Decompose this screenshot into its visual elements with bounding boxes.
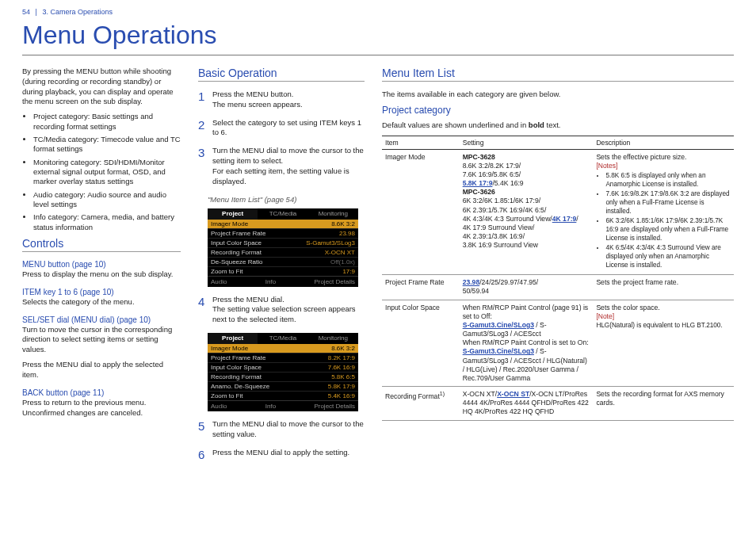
cam-value: Off(1.0x) [330, 258, 355, 266]
control-desc: Turn to move the cursor in the correspon… [22, 325, 181, 355]
step: 4 Press the MENU dial.The setting value … [198, 295, 365, 325]
cam-label: Project Frame Rate [211, 354, 265, 361]
control-desc: Press to return to the previous menu. Un… [22, 398, 181, 418]
control-desc: Press to display the menu on the sub dis… [22, 269, 181, 280]
cam-foot: Info [265, 403, 276, 410]
desc-cell: Sets the color space.[Note]HLG(Natural) … [593, 300, 734, 387]
table-row: Project Frame Rate23.98/24/25/29.97/47.9… [382, 275, 734, 300]
col-header: Item [382, 136, 460, 149]
step-text: The menu screen appears. [212, 100, 303, 109]
cam-label: Anamo. De-Squeeze [211, 383, 269, 390]
list-item: Info category: Camera, media, and batter… [33, 212, 181, 232]
cam-label: De-Squeeze Ratio [211, 258, 262, 266]
step-text: Press the MENU dial. [212, 295, 284, 304]
default-note: Default values are shown underlined and … [382, 120, 734, 131]
setting-cell: When RM/RCP Paint Control (page 91) is s… [460, 300, 594, 387]
control-desc: Selects the category of the menu. [22, 297, 181, 308]
cam-label: Imager Mode [211, 345, 248, 352]
chapter-name: 3. Camera Operations [42, 8, 113, 16]
item-cell: Project Frame Rate [382, 275, 460, 300]
cam-tab: Project [208, 333, 258, 344]
camera-menu-screenshot: Project TC/Media Monitoring Imager Mode8… [208, 208, 358, 287]
control-link[interactable]: BACK button (page 11) [22, 388, 181, 397]
table-row: Input Color SpaceWhen RM/RCP Paint Contr… [382, 300, 734, 387]
setting-cell: MPC-36288.6K 3:2/8.2K 17:9/7.6K 16:9/5.8… [460, 149, 594, 275]
control-link[interactable]: SEL/SET dial (MENU dial) (page 10) [22, 315, 181, 324]
cam-tab: Monitoring [308, 208, 358, 220]
step-text: Press the MENU button. [212, 90, 293, 98]
page-header: 54 | 3. Camera Operations [22, 8, 734, 16]
cam-value: 5.8K 6:5 [331, 373, 355, 380]
cam-value: 7.6K 16:9 [328, 364, 355, 371]
cam-label: Input Color Space [211, 239, 262, 246]
col-header: Setting [460, 136, 594, 149]
step-text: For each setting item, the setting value… [212, 166, 349, 185]
step: 5 Turn the MENU dial to move the cursor … [198, 419, 365, 440]
basic-heading: Basic Operation [198, 67, 365, 82]
cam-label: Input Color Space [211, 364, 262, 371]
cam-foot: Project Details [314, 403, 355, 410]
step: 2 Select the category to set using ITEM … [198, 118, 365, 139]
menulist-intro: The items available in each category are… [382, 90, 734, 100]
step: 3 Turn the MENU dial to move the cursor … [198, 146, 365, 186]
cam-foot: Project Details [314, 278, 355, 285]
cam-label: Imager Mode [211, 220, 248, 227]
cam-foot: Audio [211, 278, 227, 285]
cam-label: Zoom to Fit [211, 268, 242, 275]
page-title: Menu Operations [22, 21, 734, 55]
list-item: TC/Media category: Timecode value and TC… [33, 135, 181, 155]
step-num: 1 [198, 90, 208, 110]
cam-value: 8.6K 3:2 [331, 220, 355, 227]
cam-value: 23.98 [339, 230, 355, 237]
page-number: 54 [22, 8, 30, 16]
cam-value: X-OCN XT [325, 249, 355, 256]
item-cell: Recording Format1) [382, 387, 460, 421]
step-text: Turn the MENU dial to move the cursor to… [212, 419, 364, 438]
menulist-heading: Menu Item List [382, 67, 734, 82]
step-num: 4 [198, 295, 208, 325]
control-link[interactable]: MENU button (page 10) [22, 260, 181, 269]
project-table: Item Setting Description Imager ModeMPC-… [382, 136, 734, 421]
camera-menu-screenshot: Project TC/Media Monitoring Imager Mode8… [208, 333, 358, 411]
step-num: 2 [198, 118, 208, 139]
step-text: The setting value selection screen appea… [212, 304, 356, 323]
step-num: 6 [198, 448, 208, 461]
control-desc: Press the MENU dial to apply the selecte… [22, 360, 181, 380]
intro-bullets: Project category: Basic settings and rec… [22, 112, 181, 232]
cam-value: 5.4K 16:9 [328, 392, 355, 399]
intro-paragraph: By pressing the MENU button while shooti… [22, 67, 181, 107]
controls-heading: Controls [22, 237, 181, 252]
table-row: Imager ModeMPC-36288.6K 3:2/8.2K 17:9/7.… [382, 149, 734, 275]
cam-label: Recording Format [211, 373, 262, 380]
desc-cell: Sets the recording format for AXS memory… [593, 387, 734, 421]
item-cell: Imager Mode [382, 149, 460, 275]
cam-label: Zoom to Fit [211, 392, 242, 399]
cam-foot: Audio [211, 403, 227, 410]
setting-cell: X-OCN XT/X-OCN ST/X-OCN LT/ProRes 4444 4… [460, 387, 594, 421]
cam-value: 5.8K 17:9 [328, 383, 355, 390]
step: 6 Press the MENU dial to apply the setti… [198, 448, 365, 461]
cam-label: Recording Format [211, 249, 262, 256]
desc-cell: Sets the project frame rate. [593, 275, 734, 300]
cam-value: S-Gamut3/SLog3 [306, 239, 355, 246]
cam-value: 8.6K 3:2 [331, 345, 355, 352]
cam-value: 8.2K 17:9 [328, 354, 355, 361]
list-item: Monitoring category: SDI/HDMI/Monitor ex… [33, 158, 181, 187]
cam-tab: Monitoring [308, 333, 358, 344]
control-link[interactable]: ITEM key 1 to 6 (page 10) [22, 288, 181, 296]
desc-cell: Sets the effective picture size.[Notes]5… [593, 149, 734, 275]
col-header: Description [593, 136, 734, 149]
table-row: Recording Format1)X-OCN XT/X-OCN ST/X-OC… [382, 387, 734, 421]
cam-foot: Info [265, 278, 276, 285]
step-text: Press the MENU dial to apply the setting… [212, 448, 349, 457]
cam-value: 17:9 [342, 268, 355, 275]
cam-label: Project Frame Rate [211, 230, 265, 237]
step-num: 3 [198, 146, 208, 186]
cam-tab: TC/Media [258, 333, 307, 344]
step-text: Select the category to set using ITEM ke… [212, 118, 361, 137]
crossref[interactable]: "Menu Item List" (page 54) [208, 195, 365, 204]
list-item: Project category: Basic settings and rec… [33, 112, 181, 132]
project-category-heading: Project category [382, 105, 734, 116]
step-text: Turn the MENU dial to move the cursor to… [212, 146, 364, 165]
item-cell: Input Color Space [382, 300, 460, 387]
